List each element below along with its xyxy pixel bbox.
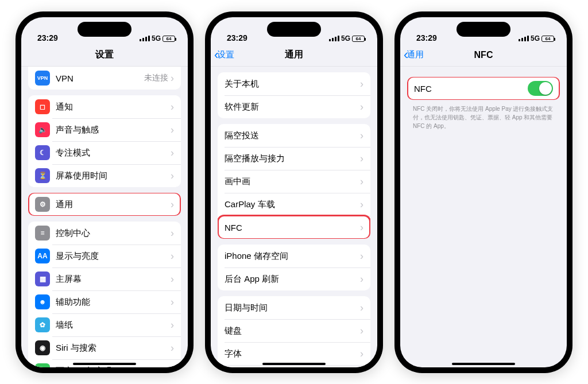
row-about[interactable]: 关于本机 › — [218, 72, 370, 95]
chevron-right-icon: › — [171, 274, 174, 284]
row-software-update[interactable]: 软件更新 › — [218, 95, 370, 118]
row-label: 控制中心 — [56, 228, 171, 239]
chevron-right-icon: › — [171, 199, 174, 210]
nav-bar: ‹ 通用 NFC — [400, 44, 567, 67]
row-label: 屏幕使用时间 — [56, 170, 171, 181]
nfc-toggle-on[interactable] — [528, 81, 553, 96]
row-pip[interactable]: 画中画 › — [218, 170, 370, 193]
row-label: 显示与亮度 — [56, 251, 171, 262]
row-label: 面容 ID 与密码 — [56, 366, 171, 368]
row-label: 墙纸 — [56, 320, 171, 331]
chevron-right-icon: › — [360, 251, 363, 261]
nfc-content[interactable]: NFC NFC 关闭时，你将无法使用 Apple Pay 进行免接触式支付，也无… — [400, 67, 567, 367]
chevron-right-icon: › — [171, 320, 174, 330]
row-label: 声音与触感 — [56, 125, 171, 135]
chevron-right-icon: › — [360, 302, 363, 313]
chevron-right-icon: › — [171, 366, 174, 367]
page-title: 通用 — [285, 49, 303, 61]
back-label: 设置 — [217, 49, 234, 60]
moon-icon: ☾ — [35, 145, 50, 160]
row-vpn[interactable]: VPN VPN 未连接 › — [28, 67, 181, 90]
back-label: 通用 — [407, 49, 424, 60]
chevron-right-icon: › — [360, 348, 363, 359]
chevron-right-icon: › — [360, 325, 363, 336]
settings-content[interactable]: VPN VPN 未连接 › ◻︎ 通知 › 🔈 声音与触感 › — [21, 67, 188, 367]
back-button[interactable]: ‹ 设置 — [214, 44, 234, 66]
chevron-right-icon: › — [360, 153, 363, 164]
row-language[interactable]: 语言与地区 › — [218, 365, 370, 367]
row-label: 隔空播放与接力 — [225, 153, 360, 164]
row-label: iPhone 储存空间 — [225, 251, 360, 262]
row-siri[interactable]: ◉ Siri 与搜索 › — [28, 336, 181, 359]
row-background-refresh[interactable]: 后台 App 刷新 › — [218, 267, 370, 290]
status-time: 23:29 — [416, 33, 437, 42]
dynamic-island — [457, 22, 510, 37]
dynamic-island — [267, 22, 321, 37]
row-storage[interactable]: iPhone 储存空间 › — [218, 245, 370, 267]
row-control-center[interactable]: ≡ 控制中心 › — [28, 222, 181, 245]
row-accessibility[interactable]: ☻ 辅助功能 › — [28, 290, 181, 313]
accessibility-icon: ☻ — [35, 294, 50, 309]
row-carplay[interactable]: CarPlay 车载 › — [218, 193, 370, 216]
faceid-icon: ☺ — [35, 363, 50, 367]
gear-icon: ⚙ — [35, 197, 50, 212]
flower-icon: ✿ — [35, 317, 50, 332]
row-label: 通知 — [56, 102, 171, 113]
chevron-right-icon: › — [360, 274, 363, 284]
row-sound[interactable]: 🔈 声音与触感 › — [28, 118, 181, 141]
row-general[interactable]: ⚙ 通用 › — [28, 193, 181, 216]
row-label: NFC — [414, 84, 528, 94]
row-label: NFC — [225, 223, 360, 232]
speaker-icon: 🔈 — [35, 122, 50, 137]
row-label: 辅助功能 — [56, 297, 171, 308]
back-button[interactable]: ‹ 通用 — [404, 44, 424, 66]
home-indicator[interactable] — [262, 363, 326, 365]
row-wallpaper[interactable]: ✿ 墙纸 › — [28, 313, 181, 336]
row-datetime[interactable]: 日期与时间 › — [218, 296, 370, 319]
phone-settings: 23:29 5G 64 设置 VPN VPN 未连接 › ◻︎ — [16, 11, 194, 373]
row-label: Siri 与搜索 — [56, 343, 171, 354]
row-display[interactable]: AA 显示与亮度 › — [28, 245, 181, 267]
row-notifications[interactable]: ◻︎ 通知 › — [28, 95, 181, 118]
nfc-footer-note: NFC 关闭时，你将无法使用 Apple Pay 进行免接触式支付，也无法使用钥… — [413, 104, 554, 130]
row-airdrop[interactable]: 隔空投送 › — [218, 124, 370, 147]
row-label: 关于本机 — [225, 79, 360, 90]
chevron-right-icon: › — [171, 73, 174, 83]
row-label: 主屏幕 — [56, 274, 171, 285]
chevron-right-icon: › — [360, 199, 363, 210]
battery-icon: 64 — [352, 36, 365, 42]
status-network: 5G — [341, 34, 350, 42]
siri-icon: ◉ — [35, 340, 50, 355]
chevron-right-icon: › — [171, 297, 174, 307]
row-screentime[interactable]: ⏳ 屏幕使用时间 › — [28, 164, 181, 187]
chevron-right-icon: › — [171, 125, 174, 135]
row-label: CarPlay 车载 — [225, 199, 360, 210]
battery-icon: 64 — [541, 36, 554, 42]
chevron-right-icon: › — [171, 228, 174, 238]
chevron-right-icon: › — [171, 148, 174, 158]
home-indicator[interactable] — [73, 363, 136, 365]
phone-general: 23:29 5G 64 ‹ 设置 通用 关于本机 › 软件更新 — [205, 11, 383, 373]
chevron-right-icon: › — [171, 170, 174, 181]
chevron-right-icon: › — [360, 102, 363, 112]
row-fonts[interactable]: 字体 › — [218, 342, 370, 365]
row-nfc-toggle[interactable]: NFC — [407, 77, 560, 100]
row-keyboard[interactable]: 键盘 › — [218, 319, 370, 342]
row-label: 日期与时间 — [225, 302, 360, 313]
chevron-right-icon: › — [171, 343, 174, 353]
row-nfc[interactable]: NFC › — [218, 216, 370, 239]
bell-icon: ◻︎ — [35, 99, 50, 114]
row-airplay[interactable]: 隔空播放与接力 › — [218, 147, 370, 170]
home-indicator[interactable] — [452, 363, 515, 365]
row-label: 专注模式 — [56, 148, 171, 158]
row-focus[interactable]: ☾ 专注模式 › — [28, 141, 181, 164]
signal-icon — [140, 36, 150, 41]
vpn-icon: VPN — [35, 71, 50, 86]
row-homescreen[interactable]: ▦ 主屏幕 › — [28, 267, 181, 290]
general-content[interactable]: 关于本机 › 软件更新 › 隔空投送 › 隔空播放与接力 › 画中 — [211, 67, 377, 367]
row-detail: 未连接 — [144, 73, 168, 83]
chevron-right-icon: › — [360, 79, 363, 89]
highlight-nfc-toggle: NFC — [407, 77, 560, 100]
dynamic-island — [78, 22, 131, 37]
nav-bar: ‹ 设置 通用 — [211, 44, 377, 67]
